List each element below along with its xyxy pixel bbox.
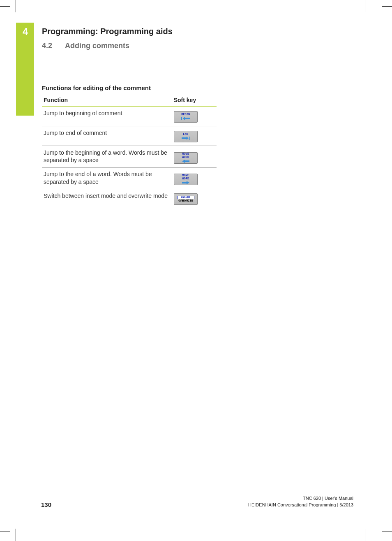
svg-rect-3 (189, 137, 190, 140)
functions-table: Function Soft key Jump to beginning of c… (42, 94, 217, 208)
arrow-right-bar-icon (181, 136, 191, 140)
svg-marker-4 (182, 160, 189, 163)
chapter-title: Programming: Programming aids (42, 27, 173, 36)
crop-mark (16, 529, 16, 541)
table-row: Jump to beginning of commentBEGIN (42, 106, 217, 126)
softkey-cell: END (172, 126, 217, 146)
page-number: 130 (41, 501, 51, 508)
softkey-insert-overwrite: INSERTOVERWRITE (174, 193, 198, 205)
softkey-label: END (183, 133, 188, 136)
subsection-heading: Functions for editing of the comment (42, 84, 151, 91)
softkey-label: WORD (182, 156, 189, 159)
softkey-cell: MOVEWORD (172, 167, 217, 189)
footer-line-1: TNC 620 | User's Manual (248, 495, 353, 502)
arrow-right-icon (181, 181, 191, 185)
section-number: 4.2 (42, 42, 52, 50)
softkey-label: WORD (182, 177, 189, 180)
arrow-left-icon (181, 159, 191, 163)
crop-mark (366, 0, 366, 12)
softkey-arrow-right-bar: END (174, 131, 198, 142)
arrow-left-bar-icon (181, 116, 191, 121)
crop-mark (382, 532, 392, 532)
table-header-function: Function (42, 94, 172, 106)
footer-line-2: HEIDENHAIN Conversational Programming | … (248, 502, 353, 508)
softkey-label: BEGIN (181, 113, 190, 116)
softkey-label: INSERT (177, 196, 194, 200)
function-cell: Jump to beginning of comment (42, 106, 172, 126)
section-title: Adding comments (65, 42, 129, 50)
crop-mark (382, 6, 392, 7)
svg-rect-0 (181, 117, 182, 120)
table-header-softkey: Soft key (172, 94, 217, 106)
function-cell: Jump to end of comment (42, 126, 172, 146)
function-cell: Jump to the end of a word. Words must be… (42, 167, 172, 189)
footer-text: TNC 620 | User's Manual HEIDENHAIN Conve… (248, 495, 353, 508)
table-row: Jump to the beginning of a word. Words m… (42, 146, 217, 167)
svg-marker-2 (182, 137, 189, 140)
softkey-cell: BEGIN (172, 106, 217, 126)
svg-marker-1 (183, 117, 190, 120)
svg-marker-5 (182, 181, 189, 184)
crop-mark (0, 6, 10, 7)
crop-mark (366, 529, 366, 541)
function-cell: Jump to the beginning of a word. Words m… (42, 146, 172, 167)
softkey-label: MOVE (182, 174, 189, 177)
crop-mark (16, 0, 16, 12)
softkey-arrow-left: MOVEWORD (174, 152, 198, 164)
table-row: Jump to the end of a word. Words must be… (42, 167, 217, 189)
softkey-label: OVERWRITE (178, 200, 193, 203)
softkey-label: MOVE (182, 153, 189, 156)
page-footer: 130 TNC 620 | User's Manual HEIDENHAIN C… (41, 495, 353, 508)
softkey-cell: INSERTOVERWRITE (172, 189, 217, 208)
crop-mark (0, 532, 10, 532)
softkey-cell: MOVEWORD (172, 146, 217, 167)
chapter-number: 4 (23, 26, 28, 37)
softkey-arrow-left-bar: BEGIN (174, 111, 198, 123)
table-row: Switch between insert mode and overwrite… (42, 189, 217, 208)
softkey-arrow-right: MOVEWORD (174, 174, 198, 185)
table-row: Jump to end of commentEND (42, 126, 217, 146)
function-cell: Switch between insert mode and overwrite… (42, 189, 172, 208)
